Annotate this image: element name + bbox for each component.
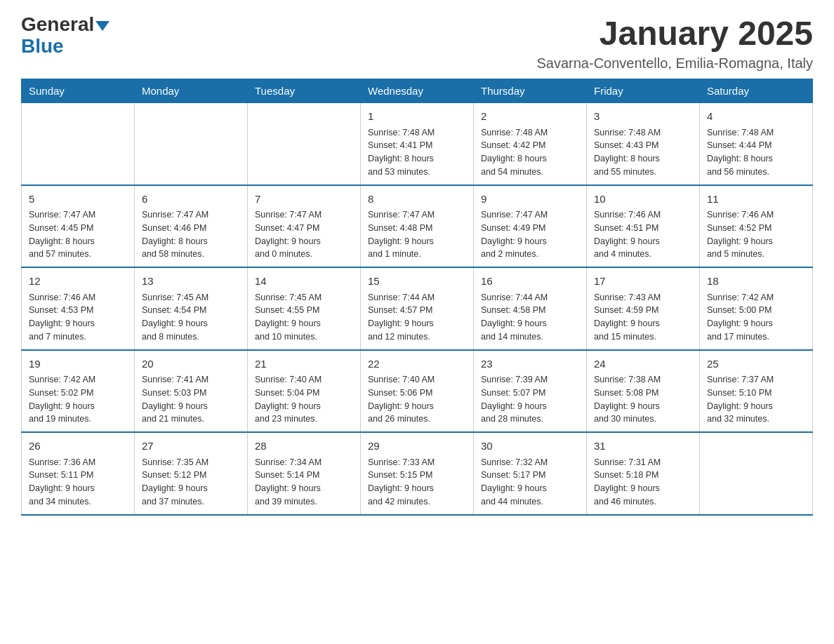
day-info: Sunrise: 7:42 AMSunset: 5:00 PMDaylight:…: [707, 291, 805, 344]
calendar-cell: [248, 103, 361, 185]
calendar-cell: 18Sunrise: 7:42 AMSunset: 5:00 PMDayligh…: [700, 267, 813, 350]
day-number: 6: [142, 192, 240, 208]
calendar-cell: 19Sunrise: 7:42 AMSunset: 5:02 PMDayligh…: [22, 350, 135, 433]
day-info: Sunrise: 7:47 AMSunset: 4:46 PMDaylight:…: [142, 208, 240, 261]
day-info: Sunrise: 7:41 AMSunset: 5:03 PMDaylight:…: [142, 373, 240, 426]
day-info: Sunrise: 7:45 AMSunset: 4:54 PMDaylight:…: [142, 291, 240, 344]
day-info: Sunrise: 7:48 AMSunset: 4:41 PMDaylight:…: [368, 126, 466, 179]
day-info: Sunrise: 7:44 AMSunset: 4:57 PMDaylight:…: [368, 291, 466, 344]
day-number: 8: [368, 192, 466, 208]
day-info: Sunrise: 7:44 AMSunset: 4:58 PMDaylight:…: [481, 291, 579, 344]
calendar-cell: 5Sunrise: 7:47 AMSunset: 4:45 PMDaylight…: [22, 185, 135, 268]
calendar-cell: 6Sunrise: 7:47 AMSunset: 4:46 PMDaylight…: [135, 185, 248, 268]
day-number: 5: [29, 192, 127, 208]
day-number: 19: [29, 356, 127, 373]
calendar-cell: 2Sunrise: 7:48 AMSunset: 4:42 PMDaylight…: [474, 103, 587, 185]
month-title: January 2025: [536, 14, 813, 53]
day-number: 14: [255, 274, 353, 290]
calendar-cell: 3Sunrise: 7:48 AMSunset: 4:43 PMDaylight…: [587, 103, 700, 185]
calendar-cell: 27Sunrise: 7:35 AMSunset: 5:12 PMDayligh…: [135, 432, 248, 515]
day-number: 4: [707, 109, 805, 125]
calendar-cell: 16Sunrise: 7:44 AMSunset: 4:58 PMDayligh…: [474, 267, 587, 350]
day-number: 22: [368, 356, 466, 373]
calendar-cell: 30Sunrise: 7:32 AMSunset: 5:17 PMDayligh…: [474, 432, 587, 515]
calendar-cell: 15Sunrise: 7:44 AMSunset: 4:57 PMDayligh…: [361, 267, 474, 350]
weekday-header-friday: Friday: [587, 79, 700, 103]
day-number: 11: [707, 192, 805, 208]
day-info: Sunrise: 7:32 AMSunset: 5:17 PMDaylight:…: [481, 456, 579, 509]
weekday-header-row: SundayMondayTuesdayWednesdayThursdayFrid…: [22, 79, 813, 103]
calendar-week-row: 26Sunrise: 7:36 AMSunset: 5:11 PMDayligh…: [22, 432, 813, 515]
calendar-cell: 25Sunrise: 7:37 AMSunset: 5:10 PMDayligh…: [700, 350, 813, 433]
day-number: 30: [481, 438, 579, 455]
day-number: 17: [594, 274, 692, 290]
title-area: January 2025 Savarna-Conventello, Emilia…: [536, 14, 813, 72]
day-number: 7: [255, 192, 353, 208]
day-number: 21: [255, 356, 353, 373]
day-info: Sunrise: 7:45 AMSunset: 4:55 PMDaylight:…: [255, 291, 353, 344]
calendar-cell: 17Sunrise: 7:43 AMSunset: 4:59 PMDayligh…: [587, 267, 700, 350]
calendar-cell: [22, 103, 135, 185]
calendar-week-row: 19Sunrise: 7:42 AMSunset: 5:02 PMDayligh…: [22, 350, 813, 433]
calendar-cell: 7Sunrise: 7:47 AMSunset: 4:47 PMDaylight…: [248, 185, 361, 268]
calendar-cell: 23Sunrise: 7:39 AMSunset: 5:07 PMDayligh…: [474, 350, 587, 433]
calendar-table: SundayMondayTuesdayWednesdayThursdayFrid…: [21, 79, 813, 516]
day-number: 2: [481, 109, 579, 125]
day-number: 24: [594, 356, 692, 373]
day-number: 15: [368, 274, 466, 290]
calendar-cell: 28Sunrise: 7:34 AMSunset: 5:14 PMDayligh…: [248, 432, 361, 515]
calendar-week-row: 12Sunrise: 7:46 AMSunset: 4:53 PMDayligh…: [22, 267, 813, 350]
day-number: 3: [594, 109, 692, 125]
logo-triangle-icon: [95, 21, 110, 31]
weekday-header-tuesday: Tuesday: [248, 79, 361, 103]
calendar-cell: 12Sunrise: 7:46 AMSunset: 4:53 PMDayligh…: [22, 267, 135, 350]
day-info: Sunrise: 7:34 AMSunset: 5:14 PMDaylight:…: [255, 456, 353, 509]
calendar-cell: 4Sunrise: 7:48 AMSunset: 4:44 PMDaylight…: [700, 103, 813, 185]
day-info: Sunrise: 7:46 AMSunset: 4:51 PMDaylight:…: [594, 208, 692, 261]
day-info: Sunrise: 7:47 AMSunset: 4:47 PMDaylight:…: [255, 208, 353, 261]
day-info: Sunrise: 7:47 AMSunset: 4:49 PMDaylight:…: [481, 208, 579, 261]
calendar-cell: 20Sunrise: 7:41 AMSunset: 5:03 PMDayligh…: [135, 350, 248, 433]
day-info: Sunrise: 7:39 AMSunset: 5:07 PMDaylight:…: [481, 373, 579, 426]
logo-blue-text: Blue: [21, 35, 64, 57]
weekday-header-sunday: Sunday: [22, 79, 135, 103]
day-info: Sunrise: 7:46 AMSunset: 4:53 PMDaylight:…: [29, 291, 127, 344]
location-subtitle: Savarna-Conventello, Emilia-Romagna, Ita…: [536, 55, 813, 72]
day-info: Sunrise: 7:40 AMSunset: 5:04 PMDaylight:…: [255, 373, 353, 426]
day-info: Sunrise: 7:33 AMSunset: 5:15 PMDaylight:…: [368, 456, 466, 509]
calendar-cell: 26Sunrise: 7:36 AMSunset: 5:11 PMDayligh…: [22, 432, 135, 515]
calendar-cell: 1Sunrise: 7:48 AMSunset: 4:41 PMDaylight…: [361, 103, 474, 185]
day-number: 31: [594, 438, 692, 455]
weekday-header-wednesday: Wednesday: [361, 79, 474, 103]
day-info: Sunrise: 7:37 AMSunset: 5:10 PMDaylight:…: [707, 373, 805, 426]
day-number: 10: [594, 192, 692, 208]
day-info: Sunrise: 7:31 AMSunset: 5:18 PMDaylight:…: [594, 456, 692, 509]
calendar-cell: 13Sunrise: 7:45 AMSunset: 4:54 PMDayligh…: [135, 267, 248, 350]
day-number: 18: [707, 274, 805, 290]
logo-area: GeneralBlue: [21, 14, 110, 58]
logo: GeneralBlue: [21, 14, 110, 58]
calendar-cell: 29Sunrise: 7:33 AMSunset: 5:15 PMDayligh…: [361, 432, 474, 515]
day-info: Sunrise: 7:48 AMSunset: 4:44 PMDaylight:…: [707, 126, 805, 179]
page-header: GeneralBlue January 2025 Savarna-Convent…: [21, 14, 813, 72]
calendar-cell: 8Sunrise: 7:47 AMSunset: 4:48 PMDaylight…: [361, 185, 474, 268]
day-info: Sunrise: 7:48 AMSunset: 4:43 PMDaylight:…: [594, 126, 692, 179]
day-info: Sunrise: 7:40 AMSunset: 5:06 PMDaylight:…: [368, 373, 466, 426]
calendar-header: SundayMondayTuesdayWednesdayThursdayFrid…: [22, 79, 813, 103]
day-number: 29: [368, 438, 466, 455]
calendar-cell: [700, 432, 813, 515]
calendar-cell: 22Sunrise: 7:40 AMSunset: 5:06 PMDayligh…: [361, 350, 474, 433]
weekday-header-monday: Monday: [135, 79, 248, 103]
calendar-week-row: 1Sunrise: 7:48 AMSunset: 4:41 PMDaylight…: [22, 103, 813, 185]
calendar-body: 1Sunrise: 7:48 AMSunset: 4:41 PMDaylight…: [22, 103, 813, 515]
weekday-header-thursday: Thursday: [474, 79, 587, 103]
day-number: 1: [368, 109, 466, 125]
calendar-cell: [135, 103, 248, 185]
day-number: 26: [29, 438, 127, 455]
day-number: 23: [481, 356, 579, 373]
day-info: Sunrise: 7:48 AMSunset: 4:42 PMDaylight:…: [481, 126, 579, 179]
day-number: 12: [29, 274, 127, 290]
day-info: Sunrise: 7:38 AMSunset: 5:08 PMDaylight:…: [594, 373, 692, 426]
day-info: Sunrise: 7:47 AMSunset: 4:48 PMDaylight:…: [368, 208, 466, 261]
day-info: Sunrise: 7:42 AMSunset: 5:02 PMDaylight:…: [29, 373, 127, 426]
